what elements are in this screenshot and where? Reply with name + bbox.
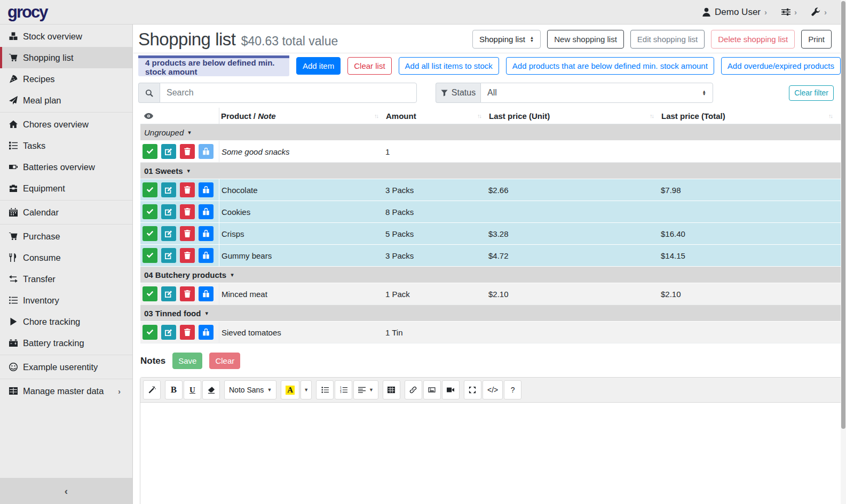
add-below-min-stock-button[interactable]: Add products that are below defined min.… — [506, 57, 714, 75]
add-item-button[interactable]: Add item — [296, 57, 341, 75]
sidebar-item-batteries-overview[interactable]: Batteries overview — [0, 156, 132, 178]
add-to-stock-button[interactable] — [199, 226, 214, 241]
product-group-row[interactable]: 03 Tinned food ▾ — [140, 305, 841, 322]
sidebar-item-tasks[interactable]: Tasks — [0, 135, 132, 156]
mark-done-button[interactable] — [143, 325, 157, 340]
add-to-stock-button[interactable] — [199, 182, 214, 197]
delete-item-button[interactable] — [180, 182, 195, 197]
edit-item-button[interactable] — [161, 248, 176, 263]
delete-shopping-list-button[interactable]: Delete shopping list — [711, 30, 795, 49]
insert-video-button[interactable] — [442, 380, 460, 399]
insert-picture-button[interactable] — [423, 380, 441, 399]
delete-item-button[interactable] — [180, 325, 195, 340]
sidebar-item-manage-master-data[interactable]: Manage master data › — [0, 380, 132, 402]
edit-item-button[interactable] — [161, 204, 176, 219]
add-to-stock-button[interactable] — [199, 204, 214, 219]
sidebar-item-battery-tracking[interactable]: Battery tracking — [0, 332, 132, 354]
filter-row: Status All ▲▼ Clear filter — [138, 83, 841, 103]
column-header-last-price-total[interactable]: Last price (Total) ↑↓ — [660, 108, 841, 124]
code-view-button[interactable]: </> — [483, 380, 503, 399]
mark-done-button[interactable] — [143, 286, 157, 301]
font-color-caret-button[interactable]: ▼ — [301, 380, 312, 399]
app-logo[interactable]: grocy — [7, 3, 47, 22]
edit-item-button[interactable] — [161, 325, 176, 340]
remove-format-button[interactable] — [202, 380, 220, 399]
below-min-stock-alert[interactable]: 4 products are below defined min. stock … — [138, 55, 289, 76]
underline-button[interactable]: U — [184, 380, 201, 399]
delete-item-button[interactable] — [180, 144, 195, 159]
delete-item-button[interactable] — [180, 204, 195, 219]
add-overdue-button[interactable]: Add overdue/expired products — [721, 57, 841, 75]
clear-list-button[interactable]: Clear list — [347, 57, 391, 75]
clear-filter-button[interactable]: Clear filter — [789, 85, 834, 101]
help-button[interactable]: ? — [504, 380, 521, 399]
insert-link-button[interactable] — [405, 380, 422, 399]
ordered-list-button[interactable]: 123 — [335, 380, 352, 399]
sidebar-item-transfer[interactable]: Transfer — [0, 268, 132, 290]
admin-menu[interactable]: › — [811, 7, 827, 17]
search-input[interactable] — [160, 83, 417, 103]
edit-item-button[interactable] — [161, 182, 176, 197]
mark-done-button[interactable] — [143, 144, 157, 159]
edit-item-button[interactable] — [161, 144, 176, 159]
sidebar-item-equipment[interactable]: Equipment — [0, 178, 132, 199]
add-all-to-stock-button[interactable]: Add all list items to stock — [399, 57, 499, 75]
save-notes-button[interactable]: Save — [172, 353, 202, 369]
last-price-unit: $4.72 — [487, 245, 660, 266]
status-filter-select[interactable]: All ▲▼ — [480, 83, 713, 103]
column-header-product[interactable]: Product / Note ↑↓ — [219, 108, 384, 124]
add-to-stock-button[interactable] — [199, 248, 214, 263]
product-group-row[interactable]: 04 Butchery products ▾ — [140, 267, 841, 283]
add-to-stock-button[interactable] — [199, 286, 214, 301]
edit-shopping-list-button[interactable]: Edit shopping list — [630, 30, 705, 49]
settings-menu[interactable]: › — [781, 7, 797, 17]
paragraph-align-icon — [358, 386, 366, 394]
trash-icon — [184, 230, 191, 237]
sidebar-item-inventory[interactable]: Inventory — [0, 290, 132, 311]
sidebar-item-example-userentity[interactable]: Example userentity — [0, 356, 132, 378]
mark-done-button[interactable] — [143, 182, 157, 197]
unordered-list-button[interactable] — [316, 380, 334, 399]
mark-done-button[interactable] — [143, 248, 157, 263]
sidebar-item-consume[interactable]: Consume — [0, 247, 132, 268]
sidebar-item-chores-overview[interactable]: Chores overview — [0, 114, 132, 135]
notes-edit-area[interactable] — [140, 403, 842, 504]
fullscreen-button[interactable] — [464, 380, 481, 399]
sidebar-item-purchase[interactable]: Purchase — [0, 226, 132, 247]
sidebar-item-stock-overview[interactable]: Stock overview — [0, 26, 132, 47]
main-scrollbar[interactable] — [841, 0, 846, 504]
column-header-amount[interactable]: Amount ↑↓ — [384, 108, 487, 124]
font-family-dropdown[interactable]: Noto Sans▼ — [224, 380, 276, 399]
edit-item-button[interactable] — [161, 286, 176, 301]
sidebar-item-calendar[interactable]: Calendar — [0, 202, 132, 223]
user-menu[interactable]: Demo User › — [702, 7, 767, 18]
bold-button[interactable]: B — [165, 380, 183, 399]
delete-item-button[interactable] — [180, 248, 195, 263]
edit-item-button[interactable] — [161, 226, 176, 241]
magic-style-button[interactable] — [143, 380, 161, 399]
delete-item-button[interactable] — [180, 226, 195, 241]
shopping-list-select[interactable]: Shopping list ▲▼ — [472, 30, 541, 49]
shopping-bag-icon — [202, 186, 210, 194]
mark-done-button[interactable] — [143, 204, 157, 219]
delete-item-button[interactable] — [180, 286, 195, 301]
sidebar-item-chore-tracking[interactable]: Chore tracking — [0, 311, 132, 332]
product-group-row[interactable]: Ungrouped ▾ — [140, 124, 841, 141]
visibility-column-header[interactable] — [140, 108, 219, 124]
font-color-button[interactable]: A — [281, 380, 299, 399]
scrollbar-thumb[interactable] — [841, 1, 845, 429]
column-header-last-price-unit[interactable]: Last price (Unit) ↑↓ — [487, 108, 660, 124]
mark-done-button[interactable] — [143, 226, 157, 241]
product-group-row[interactable]: 01 Sweets ▾ — [140, 163, 841, 179]
add-to-stock-button[interactable] — [199, 325, 214, 340]
add-to-stock-button[interactable] — [199, 144, 214, 159]
sidebar-item-recipes[interactable]: Recipes — [0, 68, 132, 90]
insert-table-button[interactable] — [383, 380, 400, 399]
print-button[interactable]: Print — [801, 30, 832, 49]
clear-notes-button[interactable]: Clear — [209, 353, 240, 369]
paragraph-align-button[interactable]: ▼ — [353, 380, 378, 399]
sidebar-item-meal-plan[interactable]: Meal plan — [0, 90, 132, 111]
sidebar-item-shopping-list[interactable]: Shopping list — [0, 47, 132, 68]
sidebar-collapse-button[interactable]: ‹ — [0, 478, 132, 504]
new-shopping-list-button[interactable]: New shopping list — [547, 30, 624, 49]
